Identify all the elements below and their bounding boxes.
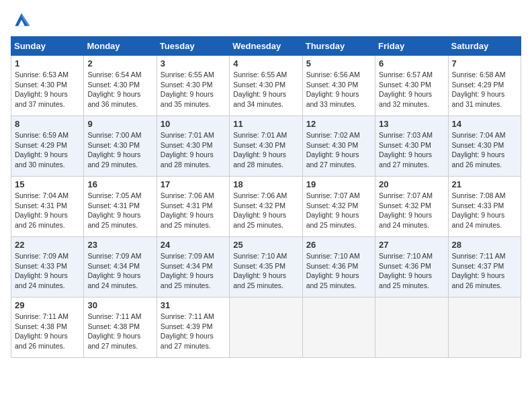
day-number: 5 (306, 58, 371, 68)
calendar-week-row: 1Sunrise: 6:53 AMSunset: 4:30 PMDaylight… (11, 56, 521, 116)
calendar-week-row: 29Sunrise: 7:11 AMSunset: 4:38 PMDayligh… (11, 298, 521, 358)
calendar-cell: 20Sunrise: 7:07 AMSunset: 4:32 PMDayligh… (375, 177, 448, 237)
calendar-cell: 11Sunrise: 7:01 AMSunset: 4:30 PMDayligh… (230, 116, 302, 177)
calendar-cell: 22Sunrise: 7:09 AMSunset: 4:33 PMDayligh… (11, 237, 84, 298)
day-info: Sunrise: 7:09 AMSunset: 4:33 PMDaylight:… (15, 251, 80, 291)
calendar-cell: 8Sunrise: 6:59 AMSunset: 4:29 PMDaylight… (11, 116, 84, 177)
day-number: 26 (306, 240, 371, 250)
calendar-cell: 24Sunrise: 7:09 AMSunset: 4:34 PMDayligh… (157, 237, 229, 298)
day-info: Sunrise: 7:00 AMSunset: 4:30 PMDaylight:… (87, 130, 152, 170)
calendar-cell: 26Sunrise: 7:10 AMSunset: 4:36 PMDayligh… (302, 237, 375, 298)
day-info: Sunrise: 7:07 AMSunset: 4:32 PMDaylight:… (379, 191, 444, 230)
day-info: Sunrise: 6:53 AMSunset: 4:30 PMDaylight:… (15, 70, 80, 109)
calendar-cell: 6Sunrise: 6:57 AMSunset: 4:30 PMDaylight… (375, 56, 448, 116)
day-header-monday: Monday (84, 37, 157, 56)
day-info: Sunrise: 7:05 AMSunset: 4:31 PMDaylight:… (87, 191, 152, 230)
day-number: 21 (452, 179, 517, 189)
calendar-cell (302, 298, 375, 358)
calendar-cell: 13Sunrise: 7:03 AMSunset: 4:30 PMDayligh… (375, 116, 448, 177)
day-info: Sunrise: 7:11 AMSunset: 4:39 PMDaylight:… (161, 312, 226, 351)
calendar-cell: 9Sunrise: 7:00 AMSunset: 4:30 PMDaylight… (84, 116, 157, 177)
day-number: 24 (161, 240, 226, 250)
day-number: 27 (379, 240, 444, 250)
day-number: 12 (306, 119, 371, 129)
day-number: 10 (161, 119, 226, 129)
day-number: 22 (15, 240, 80, 250)
day-info: Sunrise: 7:11 AMSunset: 4:38 PMDaylight:… (87, 312, 152, 351)
calendar-cell: 2Sunrise: 6:54 AMSunset: 4:30 PMDaylight… (84, 56, 157, 116)
day-header-friday: Friday (375, 37, 448, 56)
header (11, 11, 521, 30)
calendar-week-row: 8Sunrise: 6:59 AMSunset: 4:29 PMDaylight… (11, 116, 521, 177)
day-info: Sunrise: 7:09 AMSunset: 4:34 PMDaylight:… (87, 251, 152, 291)
calendar-cell: 29Sunrise: 7:11 AMSunset: 4:38 PMDayligh… (11, 298, 84, 358)
day-info: Sunrise: 6:58 AMSunset: 4:29 PMDaylight:… (452, 70, 517, 109)
day-info: Sunrise: 7:04 AMSunset: 4:30 PMDaylight:… (452, 130, 517, 170)
day-info: Sunrise: 7:01 AMSunset: 4:30 PMDaylight:… (233, 130, 298, 170)
day-number: 17 (161, 179, 226, 189)
day-info: Sunrise: 7:06 AMSunset: 4:31 PMDaylight:… (161, 191, 226, 230)
calendar-cell: 25Sunrise: 7:10 AMSunset: 4:35 PMDayligh… (230, 237, 302, 298)
day-header-tuesday: Tuesday (157, 37, 229, 56)
day-info: Sunrise: 7:02 AMSunset: 4:30 PMDaylight:… (306, 130, 371, 170)
day-number: 2 (87, 58, 152, 68)
calendar-cell: 12Sunrise: 7:02 AMSunset: 4:30 PMDayligh… (302, 116, 375, 177)
calendar-cell (230, 298, 302, 358)
day-number: 3 (161, 58, 226, 68)
calendar-header-row: SundayMondayTuesdayWednesdayThursdayFrid… (11, 37, 521, 56)
day-info: Sunrise: 7:10 AMSunset: 4:36 PMDaylight:… (379, 251, 444, 291)
day-info: Sunrise: 6:56 AMSunset: 4:30 PMDaylight:… (306, 70, 371, 109)
day-info: Sunrise: 7:10 AMSunset: 4:35 PMDaylight:… (233, 251, 298, 291)
day-number: 30 (87, 300, 152, 310)
day-info: Sunrise: 7:07 AMSunset: 4:32 PMDaylight:… (306, 191, 371, 230)
day-number: 1 (15, 58, 80, 68)
day-number: 29 (15, 300, 80, 310)
day-number: 25 (233, 240, 298, 250)
day-info: Sunrise: 7:08 AMSunset: 4:33 PMDaylight:… (452, 191, 517, 230)
calendar-cell: 15Sunrise: 7:04 AMSunset: 4:31 PMDayligh… (11, 177, 84, 237)
calendar-cell: 18Sunrise: 7:06 AMSunset: 4:32 PMDayligh… (230, 177, 302, 237)
calendar-week-row: 15Sunrise: 7:04 AMSunset: 4:31 PMDayligh… (11, 177, 521, 237)
calendar-table: SundayMondayTuesdayWednesdayThursdayFrid… (11, 36, 521, 358)
calendar-cell: 27Sunrise: 7:10 AMSunset: 4:36 PMDayligh… (375, 237, 448, 298)
day-info: Sunrise: 6:54 AMSunset: 4:30 PMDaylight:… (87, 70, 152, 109)
calendar-cell: 1Sunrise: 6:53 AMSunset: 4:30 PMDaylight… (11, 56, 84, 116)
day-info: Sunrise: 6:55 AMSunset: 4:30 PMDaylight:… (233, 70, 298, 109)
day-header-sunday: Sunday (11, 37, 84, 56)
day-info: Sunrise: 6:55 AMSunset: 4:30 PMDaylight:… (161, 70, 226, 109)
calendar-cell: 17Sunrise: 7:06 AMSunset: 4:31 PMDayligh… (157, 177, 229, 237)
day-info: Sunrise: 7:01 AMSunset: 4:30 PMDaylight:… (161, 130, 226, 170)
day-number: 31 (161, 300, 226, 310)
calendar-cell: 3Sunrise: 6:55 AMSunset: 4:30 PMDaylight… (157, 56, 229, 116)
day-header-wednesday: Wednesday (230, 37, 302, 56)
day-info: Sunrise: 7:03 AMSunset: 4:30 PMDaylight:… (379, 130, 444, 170)
logo-icon (11, 11, 32, 30)
day-number: 19 (306, 179, 371, 189)
day-number: 23 (87, 240, 152, 250)
day-number: 4 (233, 58, 298, 68)
day-number: 6 (379, 58, 444, 68)
calendar-cell (448, 298, 521, 358)
calendar-cell: 5Sunrise: 6:56 AMSunset: 4:30 PMDaylight… (302, 56, 375, 116)
day-info: Sunrise: 7:11 AMSunset: 4:37 PMDaylight:… (452, 251, 517, 291)
day-info: Sunrise: 7:06 AMSunset: 4:32 PMDaylight:… (233, 191, 298, 230)
day-header-thursday: Thursday (302, 37, 375, 56)
day-number: 16 (87, 179, 152, 189)
day-number: 28 (452, 240, 517, 250)
calendar-cell: 19Sunrise: 7:07 AMSunset: 4:32 PMDayligh… (302, 177, 375, 237)
day-info: Sunrise: 6:59 AMSunset: 4:29 PMDaylight:… (15, 130, 80, 170)
calendar-cell: 4Sunrise: 6:55 AMSunset: 4:30 PMDaylight… (230, 56, 302, 116)
day-info: Sunrise: 7:11 AMSunset: 4:38 PMDaylight:… (15, 312, 80, 351)
day-number: 9 (87, 119, 152, 129)
day-number: 8 (15, 119, 80, 129)
calendar-cell: 28Sunrise: 7:11 AMSunset: 4:37 PMDayligh… (448, 237, 521, 298)
calendar-cell: 21Sunrise: 7:08 AMSunset: 4:33 PMDayligh… (448, 177, 521, 237)
logo (11, 11, 35, 30)
calendar-cell: 7Sunrise: 6:58 AMSunset: 4:29 PMDaylight… (448, 56, 521, 116)
calendar-cell: 23Sunrise: 7:09 AMSunset: 4:34 PMDayligh… (84, 237, 157, 298)
day-header-saturday: Saturday (448, 37, 521, 56)
day-info: Sunrise: 7:04 AMSunset: 4:31 PMDaylight:… (15, 191, 80, 230)
day-number: 7 (452, 58, 517, 68)
day-number: 18 (233, 179, 298, 189)
day-number: 13 (379, 119, 444, 129)
